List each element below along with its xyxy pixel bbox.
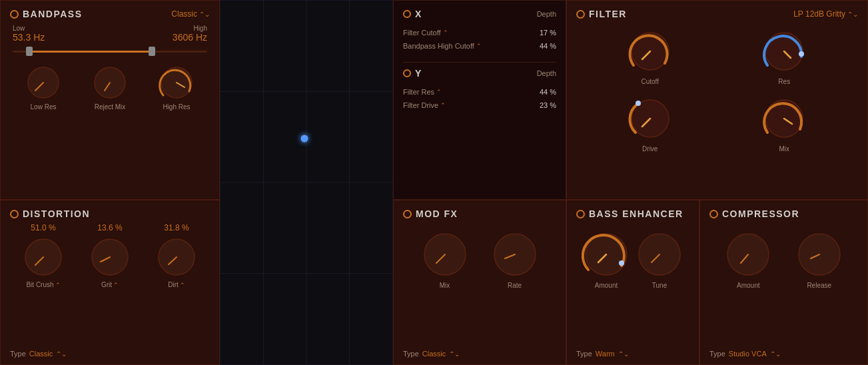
xy-x-param-0: Filter Cutoff ⌃ 17 % — [403, 26, 556, 39]
bass-amount-knob[interactable] — [582, 230, 631, 279]
bass-enhancer-panel-2: BASS ENHANCER Amount Tune — [566, 200, 699, 365]
full-layout: BANDPASS Classic ⌃⌄ Low 53.3 Hz High 360… — [0, 0, 868, 365]
filter-panel-2: FILTER LP 12dB Gritty ⌃⌄ Cutoff — [566, 0, 868, 200]
xy-y-title: Y — [403, 68, 421, 79]
compressor-amount-knob[interactable] — [723, 230, 773, 279]
bass-type-chevron[interactable]: ⌃⌄ — [618, 350, 629, 358]
xy-divider-2 — [403, 62, 556, 63]
low-res-knob-2[interactable] — [25, 65, 61, 101]
distortion-chevron-2[interactable]: ⌃⌄ — [56, 350, 67, 358]
compressor-knobs: Amount Release — [709, 223, 858, 316]
filter-title-2: FILTER — [576, 9, 627, 19]
filter-res-knob-2[interactable] — [761, 29, 807, 74]
mod-fx-chevron[interactable]: ⌃⌄ — [449, 350, 460, 358]
low-res-2: Low Res — [25, 65, 61, 111]
xy-grid-2 — [220, 1, 392, 364]
distortion-type-2: Type Classic ⌃⌄ — [10, 350, 67, 358]
xy-params-panel: X Depth Filter Cutoff ⌃ 17 % Bandpass Hi… — [393, 0, 566, 200]
filter-type-2[interactable]: LP 12dB Gritty ⌃⌄ — [793, 9, 858, 19]
filter-knobs-2: Cutoff Res Drive — [576, 26, 858, 155]
compressor-type-chevron[interactable]: ⌃⌄ — [770, 350, 781, 358]
filter-drive-knob-2[interactable] — [628, 96, 673, 141]
bass-power[interactable] — [576, 210, 585, 218]
bass-tune: Tune — [635, 230, 684, 289]
high-res-2: High Res — [159, 65, 195, 111]
xy-y-param-1: Filter Drive ⌃ 23 % — [403, 99, 556, 112]
distortion-panel-2: DISTORTION 51.0 % 13.6 % 31.8 % Bit Crus… — [0, 200, 220, 365]
filter-cutoff-knob-2[interactable] — [628, 29, 673, 74]
compressor-release: Release — [795, 230, 844, 289]
mod-fx-panel-2: MOD FX Mix Rate Type Classic ⌃⌄ — [393, 200, 566, 365]
mod-fx-rate-knob-2[interactable] — [490, 230, 540, 279]
grit-2: Grit ⌃ — [88, 235, 132, 288]
reject-mix-2: Reject Mix — [92, 65, 128, 111]
slider-thumb-low-2[interactable] — [26, 47, 33, 56]
dirt-2: Dirt ⌃ — [155, 235, 199, 288]
compressor-release-knob[interactable] — [795, 230, 844, 279]
bandpass-range: Low 53.3 Hz High 3606 Hz — [10, 25, 210, 43]
filter-cutoff-2: Cutoff — [590, 29, 711, 85]
bandpass-panel-2: BANDPASS Classic ⌃⌄ Low 53.3 Hz High 360… — [0, 0, 220, 200]
xy-y-section-2: Y Depth Filter Res ⌃ 44 % Filter Drive ⌃… — [403, 68, 556, 112]
reject-mix-knob-2[interactable] — [92, 65, 128, 101]
mod-fx-mix-knob-2[interactable] — [420, 230, 470, 279]
high-res-knob-2[interactable] — [159, 65, 195, 101]
compressor-amount: Amount — [723, 230, 773, 289]
bass-type-row: Type Warm ⌃⌄ — [576, 350, 629, 358]
mod-fx-knobs-2: Mix Rate — [403, 223, 556, 316]
bass-tune-knob[interactable] — [635, 230, 684, 279]
filter-res-2: Res — [724, 29, 845, 85]
dist-knobs-2: Bit Crush ⌃ Grit ⌃ — [10, 235, 210, 288]
mod-fx-rate-2: Rate — [490, 230, 540, 289]
mod-fx-power-2[interactable] — [403, 210, 412, 218]
svg-point-21 — [619, 260, 624, 266]
xy-y-power-2[interactable] — [403, 69, 411, 77]
bandpass-knobs-2: Low Res Reject Mix High Res — [10, 65, 210, 111]
dist-values-2: 51.0 % 13.6 % 31.8 % — [10, 223, 210, 232]
xy-x-param-1: Bandpass High Cutoff ⌃ 44 % — [403, 39, 556, 53]
dirt-knob-2[interactable] — [155, 235, 199, 279]
xy-pad-panel-2[interactable] — [220, 0, 393, 365]
filter-mix-2: Mix — [724, 96, 845, 153]
grit-knob-2[interactable] — [88, 235, 132, 279]
bit-crush-knob-2[interactable] — [21, 235, 65, 279]
slider-thumb-high-2[interactable] — [149, 47, 155, 56]
mod-fx-mix-2: Mix — [420, 230, 470, 289]
compressor-power[interactable] — [709, 210, 718, 218]
bandpass-title-2: BANDPASS — [10, 9, 83, 19]
xy-x-title: X — [403, 9, 421, 19]
bandpass-slider-2[interactable] — [10, 45, 210, 59]
xy-y-param-0: Filter Res ⌃ 44 % — [403, 85, 556, 99]
xy-x-power-2[interactable] — [403, 10, 411, 18]
filter-mix-knob-2[interactable] — [761, 96, 807, 141]
compressor-panel: COMPRESSOR Amount Release Type Studio VC… — [699, 200, 868, 365]
xy-x-section-2: X Depth Filter Cutoff ⌃ 17 % Bandpass Hi… — [403, 9, 556, 53]
filter-drive-2: Drive — [590, 96, 711, 153]
svg-point-13 — [636, 101, 641, 106]
xy-dot-2[interactable] — [301, 135, 308, 143]
bit-crush-2: Bit Crush ⌃ — [21, 235, 65, 288]
bandpass-type-2[interactable]: Classic ⌃⌄ — [171, 9, 210, 19]
bandpass-power-2[interactable] — [10, 10, 19, 19]
bass-knobs: Amount Tune — [576, 223, 689, 316]
compressor-type-row: Type Studio VCA ⌃⌄ — [709, 350, 781, 358]
mod-fx-type-2: Type Classic ⌃⌄ — [403, 350, 460, 358]
bass-amount: Amount — [582, 230, 631, 289]
svg-point-11 — [799, 51, 804, 57]
distortion-power-2[interactable] — [10, 210, 19, 218]
filter-power-2[interactable] — [576, 10, 585, 19]
